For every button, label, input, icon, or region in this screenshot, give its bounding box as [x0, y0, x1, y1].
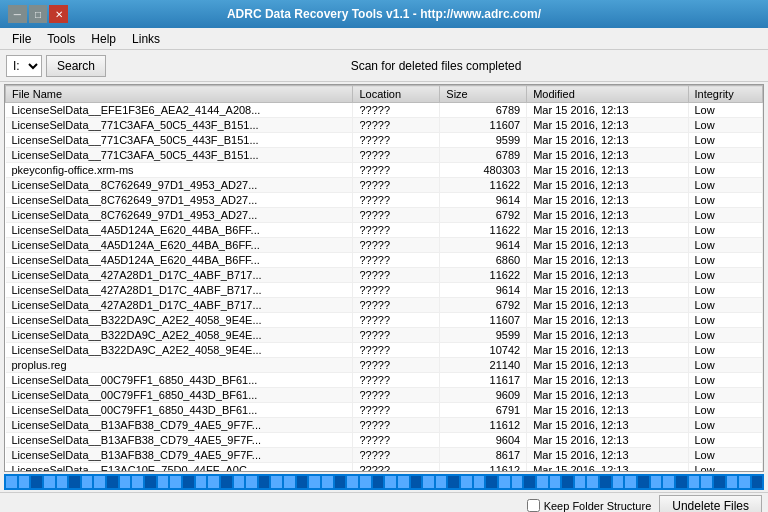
table-cell: Mar 15 2016, 12:13 — [527, 103, 688, 118]
table-row[interactable]: pkeyconfig-office.xrm-ms?????480303Mar 1… — [6, 163, 763, 178]
table-cell: LicenseSelData__00C79FF1_6850_443D_BF61.… — [6, 388, 353, 403]
progress-segment — [94, 476, 105, 488]
table-cell: LicenseSelData__4A5D124A_E620_44BA_B6FF.… — [6, 223, 353, 238]
table-row[interactable]: LicenseSelData__E13AC10E_75D0_44FF_A0C..… — [6, 463, 763, 472]
table-row[interactable]: LicenseSelData__00C79FF1_6850_443D_BF61.… — [6, 388, 763, 403]
table-cell: ????? — [353, 163, 440, 178]
keep-folder-checkbox[interactable] — [527, 499, 540, 512]
table-cell: Low — [688, 358, 763, 373]
table-row[interactable]: proplus.reg?????21140Mar 15 2016, 12:13L… — [6, 358, 763, 373]
table-cell: ????? — [353, 313, 440, 328]
table-cell: Low — [688, 238, 763, 253]
maximize-button[interactable]: □ — [29, 5, 48, 23]
table-cell: LicenseSelData__771C3AFA_50C5_443F_B151.… — [6, 133, 353, 148]
table-cell: LicenseSelData__B13AFB38_CD79_4AE5_9F7F.… — [6, 433, 353, 448]
table-cell: 8617 — [440, 448, 527, 463]
progress-segment — [562, 476, 573, 488]
progress-segment — [524, 476, 535, 488]
table-row[interactable]: LicenseSelData__00C79FF1_6850_443D_BF61.… — [6, 373, 763, 388]
table-cell: LicenseSelData__427A28D1_D17C_4ABF_B717.… — [6, 298, 353, 313]
table-row[interactable]: LicenseSelData__4A5D124A_E620_44BA_B6FF.… — [6, 223, 763, 238]
table-cell: Mar 15 2016, 12:13 — [527, 463, 688, 472]
progress-segment — [714, 476, 725, 488]
table-cell: 11607 — [440, 118, 527, 133]
minimize-button[interactable]: ─ — [8, 5, 27, 23]
table-cell: Mar 15 2016, 12:13 — [527, 253, 688, 268]
progress-segment — [158, 476, 169, 488]
progress-segment — [183, 476, 194, 488]
table-cell: Low — [688, 253, 763, 268]
progress-segment — [461, 476, 472, 488]
table-row[interactable]: LicenseSelData__771C3AFA_50C5_443F_B151.… — [6, 148, 763, 163]
progress-segment — [271, 476, 282, 488]
table-cell: 11622 — [440, 178, 527, 193]
table-cell: 11622 — [440, 268, 527, 283]
progress-segment — [600, 476, 611, 488]
table-cell: Mar 15 2016, 12:13 — [527, 388, 688, 403]
progress-segment — [208, 476, 219, 488]
table-cell: LicenseSelData__B13AFB38_CD79_4AE5_9F7F.… — [6, 448, 353, 463]
menu-help[interactable]: Help — [83, 30, 124, 48]
progress-segment — [613, 476, 624, 488]
search-button[interactable]: Search — [46, 55, 106, 77]
col-header-integrity: Integrity — [688, 86, 763, 103]
table-row[interactable]: LicenseSelData__8C762649_97D1_4953_AD27.… — [6, 208, 763, 223]
table-cell: Mar 15 2016, 12:13 — [527, 403, 688, 418]
table-row[interactable]: LicenseSelData__427A28D1_D17C_4ABF_B717.… — [6, 298, 763, 313]
progress-segment — [537, 476, 548, 488]
table-cell: Low — [688, 373, 763, 388]
table-row[interactable]: LicenseSelData__8C762649_97D1_4953_AD27.… — [6, 193, 763, 208]
table-cell: ????? — [353, 133, 440, 148]
table-row[interactable]: LicenseSelData__B322DA9C_A2E2_4058_9E4E.… — [6, 313, 763, 328]
progress-segment — [587, 476, 598, 488]
progress-segment — [752, 476, 763, 488]
progress-segment — [347, 476, 358, 488]
table-row[interactable]: LicenseSelData__B13AFB38_CD79_4AE5_9F7F.… — [6, 433, 763, 448]
table-cell: ????? — [353, 418, 440, 433]
undelete-button[interactable]: Undelete Files — [659, 495, 762, 513]
table-cell: 11612 — [440, 418, 527, 433]
progress-segment — [474, 476, 485, 488]
table-cell: Low — [688, 328, 763, 343]
table-cell: 6791 — [440, 403, 527, 418]
table-row[interactable]: LicenseSelData__771C3AFA_50C5_443F_B151.… — [6, 133, 763, 148]
table-row[interactable]: LicenseSelData__EFE1F3E6_AEA2_4144_A208.… — [6, 103, 763, 118]
col-header-size: Size — [440, 86, 527, 103]
table-cell: ????? — [353, 328, 440, 343]
close-button[interactable]: ✕ — [49, 5, 68, 23]
menu-tools[interactable]: Tools — [39, 30, 83, 48]
table-cell: Mar 15 2016, 12:13 — [527, 193, 688, 208]
progress-segment — [638, 476, 649, 488]
table-row[interactable]: LicenseSelData__427A28D1_D17C_4ABF_B717.… — [6, 283, 763, 298]
table-cell: Mar 15 2016, 12:13 — [527, 118, 688, 133]
table-row[interactable]: LicenseSelData__4A5D124A_E620_44BA_B6FF.… — [6, 238, 763, 253]
table-row[interactable]: LicenseSelData__8C762649_97D1_4953_AD27.… — [6, 178, 763, 193]
table-scroll-area[interactable]: File Name Location Size Modified Integri… — [5, 85, 763, 471]
menu-links[interactable]: Links — [124, 30, 168, 48]
table-cell: Mar 15 2016, 12:13 — [527, 178, 688, 193]
table-cell: 6789 — [440, 148, 527, 163]
table-cell: 11607 — [440, 313, 527, 328]
table-row[interactable]: LicenseSelData__771C3AFA_50C5_443F_B151.… — [6, 118, 763, 133]
table-row[interactable]: LicenseSelData__00C79FF1_6850_443D_BF61.… — [6, 403, 763, 418]
window-title: ADRC Data Recovery Tools v1.1 - http://w… — [68, 7, 700, 21]
table-row[interactable]: LicenseSelData__B13AFB38_CD79_4AE5_9F7F.… — [6, 418, 763, 433]
table-row[interactable]: LicenseSelData__427A28D1_D17C_4ABF_B717.… — [6, 268, 763, 283]
table-cell: LicenseSelData__771C3AFA_50C5_443F_B151.… — [6, 148, 353, 163]
progress-segment — [625, 476, 636, 488]
table-row[interactable]: LicenseSelData__B322DA9C_A2E2_4058_9E4E.… — [6, 343, 763, 358]
menu-file[interactable]: File — [4, 30, 39, 48]
table-row[interactable]: LicenseSelData__B13AFB38_CD79_4AE5_9F7F.… — [6, 448, 763, 463]
keep-folder-label: Keep Folder Structure — [544, 500, 652, 512]
table-cell: ????? — [353, 433, 440, 448]
table-row[interactable]: LicenseSelData__4A5D124A_E620_44BA_B6FF.… — [6, 253, 763, 268]
table-cell: Low — [688, 418, 763, 433]
progress-segment — [120, 476, 131, 488]
table-row[interactable]: LicenseSelData__B322DA9C_A2E2_4058_9E4E.… — [6, 328, 763, 343]
drive-selector[interactable]: I: — [6, 55, 42, 77]
table-cell: ????? — [353, 268, 440, 283]
progress-segment — [448, 476, 459, 488]
table-cell: 9614 — [440, 283, 527, 298]
col-header-modified: Modified — [527, 86, 688, 103]
table-cell: ????? — [353, 103, 440, 118]
